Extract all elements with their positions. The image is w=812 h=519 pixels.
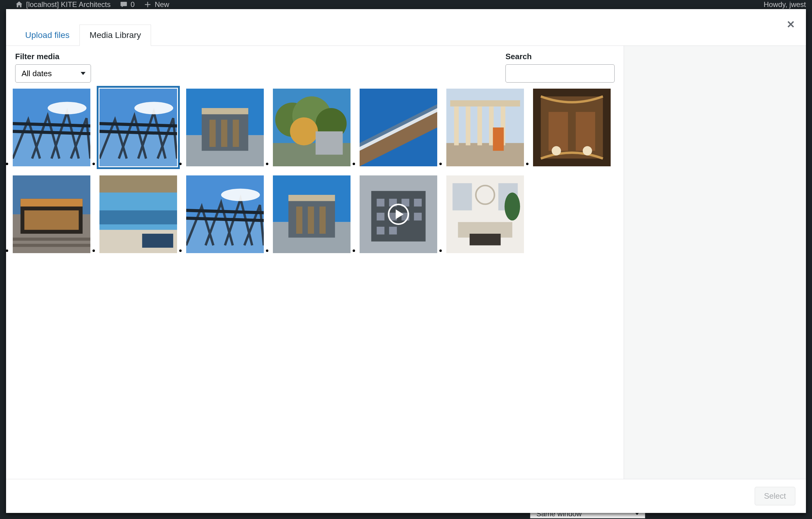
media-frame-content: Filter media All dates Search — [6, 46, 806, 479]
attachments-browser: Filter media All dates Search — [6, 46, 624, 479]
svg-point-53 — [221, 189, 260, 201]
close-button[interactable] — [782, 15, 800, 33]
svg-rect-57 — [288, 195, 335, 201]
svg-rect-70 — [414, 213, 422, 221]
svg-rect-48 — [99, 210, 177, 224]
attachment-item[interactable] — [273, 175, 350, 253]
media-toolbar: Filter media All dates Search — [6, 46, 624, 86]
tab-upload-files[interactable]: Upload files — [15, 25, 80, 46]
svg-point-37 — [552, 146, 561, 156]
svg-rect-9 — [202, 108, 248, 114]
svg-rect-27 — [454, 107, 459, 145]
attachments-grid — [6, 86, 624, 479]
svg-rect-50 — [142, 234, 173, 248]
svg-rect-25 — [446, 143, 524, 166]
attachment-item[interactable] — [359, 89, 437, 166]
admin-new-link[interactable]: New — [144, 0, 169, 9]
admin-howdy: Howdy, jwest — [763, 0, 806, 9]
media-sidebar — [624, 46, 806, 479]
home-icon — [15, 1, 23, 8]
media-modal: Upload files Media Library Filter media … — [6, 9, 806, 513]
svg-rect-35 — [549, 112, 568, 151]
svg-rect-78 — [470, 234, 501, 245]
filter-media-group: Filter media All dates — [15, 52, 91, 83]
svg-rect-26 — [450, 100, 520, 106]
attachment-item[interactable] — [359, 175, 437, 253]
attachment-item[interactable] — [533, 89, 611, 166]
svg-rect-59 — [308, 207, 314, 234]
attachment-item[interactable] — [99, 175, 177, 253]
admin-new-label: New — [155, 0, 169, 9]
attachment-item[interactable] — [186, 89, 264, 166]
svg-rect-36 — [576, 112, 595, 151]
close-icon — [786, 20, 795, 29]
attachment-item[interactable] — [446, 89, 524, 166]
svg-point-79 — [504, 192, 520, 220]
svg-rect-45 — [13, 244, 90, 247]
play-icon — [388, 204, 409, 225]
select-button[interactable]: Select — [755, 487, 795, 506]
attachment-item[interactable] — [273, 89, 350, 166]
svg-rect-60 — [320, 207, 326, 234]
svg-point-2 — [48, 102, 86, 114]
admin-account-link[interactable]: Howdy, jwest — [763, 0, 806, 9]
svg-rect-72 — [389, 227, 397, 235]
svg-rect-29 — [477, 107, 482, 145]
svg-rect-19 — [316, 131, 343, 155]
plus-icon — [144, 1, 152, 8]
svg-point-5 — [134, 102, 173, 114]
svg-point-18 — [290, 117, 318, 145]
svg-rect-11 — [221, 119, 227, 147]
svg-rect-43 — [24, 210, 79, 230]
svg-rect-47 — [99, 175, 177, 192]
svg-rect-28 — [466, 107, 470, 145]
admin-bar: [localhost] KITE Architects 0 New Howdy,… — [0, 0, 812, 9]
svg-rect-42 — [21, 199, 83, 207]
svg-rect-71 — [377, 227, 384, 235]
admin-site-name: [localhost] KITE Architects — [26, 0, 111, 9]
attachment-item[interactable] — [446, 175, 524, 253]
media-footer: Select — [6, 479, 806, 513]
comment-icon — [120, 1, 128, 8]
svg-rect-58 — [296, 207, 302, 234]
svg-rect-32 — [493, 128, 504, 151]
svg-point-38 — [583, 146, 592, 156]
admin-site-link[interactable]: [localhost] KITE Architects — [15, 0, 111, 9]
attachment-item[interactable] — [13, 175, 90, 253]
attachment-item[interactable] — [13, 89, 90, 166]
svg-rect-44 — [13, 238, 90, 241]
svg-rect-74 — [453, 183, 472, 211]
filter-media-label: Filter media — [15, 52, 91, 61]
date-filter-select[interactable]: All dates — [15, 64, 91, 83]
admin-comments-link[interactable]: 0 — [120, 0, 135, 9]
admin-comments-count: 0 — [131, 0, 135, 9]
media-tabs: Upload files Media Library — [6, 9, 806, 46]
attachment-item[interactable] — [186, 175, 264, 253]
search-label: Search — [505, 52, 615, 61]
svg-rect-66 — [414, 199, 422, 207]
tab-media-library[interactable]: Media Library — [80, 25, 151, 46]
svg-rect-12 — [233, 119, 239, 147]
search-input[interactable] — [505, 64, 615, 83]
svg-rect-10 — [209, 119, 215, 147]
search-group: Search — [505, 52, 615, 83]
svg-rect-67 — [377, 213, 384, 221]
attachment-item[interactable] — [99, 89, 177, 166]
svg-rect-63 — [377, 199, 384, 207]
